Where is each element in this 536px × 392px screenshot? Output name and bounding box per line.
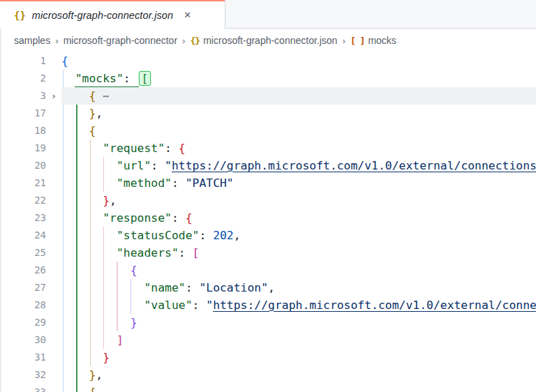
code-line-28[interactable]: 28 "value": "https://graph.microsoft.com…	[0, 296, 536, 314]
line-number: 18	[0, 122, 46, 140]
line-number: 30	[0, 331, 46, 349]
url-link[interactable]: https://graph.microsoft.com/v1.0/externa…	[213, 299, 536, 312]
code-text: "request": {	[61, 140, 536, 157]
fold-gutter	[46, 227, 61, 244]
code-line-23[interactable]: 23 "response": {	[0, 209, 536, 227]
code-line-25[interactable]: 25 "headers": [	[0, 244, 536, 262]
chevron-right-icon: ›	[182, 36, 186, 46]
fold-gutter	[46, 140, 61, 157]
line-number: 29	[0, 314, 46, 331]
breadcrumb-item-microsoft-graph-connector-json[interactable]: {}microsoft-graph-connector.json	[191, 35, 338, 46]
line-number: 28	[0, 296, 46, 314]
fold-gutter	[46, 192, 61, 209]
line-number: 27	[0, 279, 46, 296]
code-text: "response": {	[61, 209, 536, 227]
code-text: "headers": [	[61, 244, 536, 262]
line-number: 26	[0, 262, 46, 279]
code-text: "url": "https://graph.microsoft.com/v1.0…	[61, 157, 536, 174]
code-line-22[interactable]: 22 },	[0, 192, 536, 209]
line-number: 17	[0, 105, 46, 122]
fold-collapsed-icon[interactable]: ›	[46, 87, 61, 105]
code-text: "statusCode": 202,	[61, 227, 536, 244]
code-text: {	[61, 262, 536, 279]
code-line-18[interactable]: 18 {	[0, 122, 536, 140]
fold-gutter	[46, 384, 61, 392]
code-line-33[interactable]: 33 {	[0, 384, 536, 392]
code-line-19[interactable]: 19 "request": {	[0, 140, 536, 157]
fold-gutter	[46, 314, 61, 331]
code-text: }	[61, 349, 536, 366]
tab-microsoft-graph-connector-json[interactable]: {} microsoft-graph-connector.json ✕	[0, 0, 225, 29]
folded-code-ellipsis[interactable]: ⋯	[103, 90, 109, 103]
window-left-edge	[0, 29, 1, 392]
breadcrumb-item-microsoft-graph-connector[interactable]: microsoft-graph-connector	[64, 35, 177, 46]
code-text: },	[61, 366, 536, 384]
code-text: ]	[61, 331, 536, 349]
symbol-array-icon: [ ]	[350, 36, 364, 46]
code-text: "mocks": [	[61, 70, 536, 87]
code-line-32[interactable]: 32 },	[0, 366, 536, 384]
fold-gutter	[46, 52, 61, 70]
fold-gutter	[46, 262, 61, 279]
url-link[interactable]: https://graph.microsoft.com/v1.0/externa…	[172, 159, 536, 172]
code-line-2[interactable]: 2 "mocks": [	[0, 70, 536, 87]
line-number: 22	[0, 192, 46, 209]
code-text: { ⋯	[61, 87, 536, 105]
code-text: }	[61, 314, 536, 331]
chevron-right-icon: ›	[55, 36, 59, 46]
code-line-3[interactable]: 3› { ⋯	[0, 87, 536, 105]
code-line-29[interactable]: 29 }	[0, 314, 536, 331]
matched-bracket[interactable]: [	[140, 72, 151, 85]
code-line-27[interactable]: 27 "name": "Location",	[0, 279, 536, 296]
breadcrumb-label: microsoft-graph-connector.json	[203, 35, 337, 46]
code-line-17[interactable]: 17 },	[0, 105, 536, 122]
fold-gutter	[46, 105, 61, 122]
json-file-icon: {}	[14, 10, 26, 21]
breadcrumb: samples›microsoft-graph-connector›{}micr…	[0, 29, 536, 52]
fold-gutter	[46, 331, 61, 349]
fold-gutter	[46, 209, 61, 227]
line-number: 20	[0, 157, 46, 174]
chevron-right-icon: ›	[342, 36, 345, 46]
code-text: {	[61, 384, 536, 392]
code-line-20[interactable]: 20 "url": "https://graph.microsoft.com/v…	[0, 157, 536, 174]
code-line-24[interactable]: 24 "statusCode": 202,	[0, 227, 536, 244]
line-number: 31	[0, 349, 46, 366]
line-number: 1	[0, 52, 46, 70]
json-braces-icon: {}	[191, 36, 200, 46]
code-line-1[interactable]: 1{	[0, 52, 536, 70]
code-line-30[interactable]: 30 ]	[0, 331, 536, 349]
tab-bar-empty-space	[225, 0, 536, 29]
code-line-21[interactable]: 21 "method": "PATCH"	[0, 174, 536, 192]
fold-gutter	[46, 157, 61, 174]
breadcrumb-label: samples	[14, 35, 50, 46]
line-number: 2	[0, 70, 46, 87]
fold-gutter	[46, 296, 61, 314]
line-number: 3	[0, 87, 46, 105]
code-text: "name": "Location",	[61, 279, 536, 296]
line-number: 32	[0, 366, 46, 384]
tab-title: microsoft-graph-connector.json	[32, 10, 173, 21]
breadcrumb-item-samples[interactable]: samples	[14, 35, 50, 46]
code-text: {	[61, 52, 536, 70]
close-icon[interactable]: ✕	[184, 10, 191, 20]
fold-gutter	[46, 366, 61, 384]
line-number: 33	[0, 384, 46, 392]
breadcrumb-label: mocks	[368, 35, 396, 46]
fold-gutter	[46, 174, 61, 192]
code-line-31[interactable]: 31 }	[0, 349, 536, 366]
fold-gutter	[46, 279, 61, 296]
fold-gutter	[46, 70, 61, 87]
breadcrumb-item-mocks[interactable]: [ ]mocks	[350, 35, 396, 46]
code-line-26[interactable]: 26 {	[0, 262, 536, 279]
line-number: 24	[0, 227, 46, 244]
fold-gutter	[46, 122, 61, 140]
line-number: 25	[0, 244, 46, 262]
line-number: 19	[0, 140, 46, 157]
breadcrumb-label: microsoft-graph-connector	[64, 35, 177, 46]
code-editor[interactable]: 1{2 "mocks": [3› { ⋯17 },18 {19 "request…	[0, 52, 536, 392]
line-number: 23	[0, 209, 46, 227]
code-text: "value": "https://graph.microsoft.com/v1…	[61, 296, 536, 314]
fold-gutter	[46, 244, 61, 262]
code-text: "method": "PATCH"	[61, 174, 536, 192]
